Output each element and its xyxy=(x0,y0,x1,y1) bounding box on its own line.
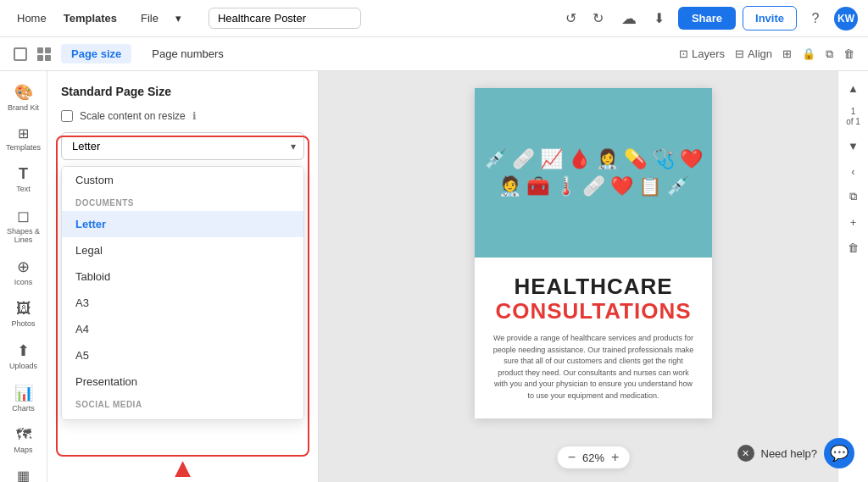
avatar: KW xyxy=(834,7,858,30)
dropdown-item-a3[interactable]: A3 xyxy=(62,290,303,316)
stethoscope-icon: 🩺 xyxy=(652,148,675,170)
shapes-icon: ◻ xyxy=(17,207,30,225)
sidebar-item-uploads[interactable]: ⬆ Uploads xyxy=(3,336,44,375)
sidebar-item-icons[interactable]: ⊕ Icons xyxy=(3,252,44,291)
dropdown-item-tabloid[interactable]: Tabloid xyxy=(62,263,303,290)
align-button[interactable]: ⊟ Align xyxy=(735,47,772,60)
toolbar: Page size Page numbers ⊡ Layers ⊟ Align … xyxy=(0,37,868,71)
help-bubble: ✕ Need help? 💬 xyxy=(737,438,855,468)
sidebar-item-label: Uploads xyxy=(9,362,37,370)
syringe-icon: 💉 xyxy=(484,148,507,170)
dropdown-item-presentation[interactable]: Presentation xyxy=(62,368,303,395)
help-chat-button[interactable]: 💬 xyxy=(824,438,854,468)
topbar-nav: Home Templates File ▾ xyxy=(10,5,195,31)
right-sidebar: ▲ 1 of 1 ▼ ‹ ⧉ + 🗑 xyxy=(837,71,868,482)
help-button[interactable]: ? xyxy=(804,7,827,30)
nav-templates[interactable]: Templates xyxy=(57,8,124,28)
toolbar-right: ⊡ Layers ⊟ Align ⊞ 🔒 ⧉ 🗑 xyxy=(679,47,854,61)
add-page-button[interactable]: + xyxy=(843,212,864,232)
maps-icon: 🗺 xyxy=(16,426,31,444)
chevron-left-button[interactable]: ‹ xyxy=(843,161,864,181)
zoom-out-button[interactable]: − xyxy=(568,450,576,465)
page-size-tab[interactable]: Page size xyxy=(61,44,131,64)
trash-page-button[interactable]: 🗑 xyxy=(843,237,864,258)
share-button[interactable]: Share xyxy=(678,7,736,30)
heart-check-icon: ❤️ xyxy=(680,148,703,170)
sidebar-item-charts[interactable]: 📊 Charts xyxy=(3,379,44,418)
dropdown-item-a5[interactable]: A5 xyxy=(62,342,303,368)
kit-icon: 🧰 xyxy=(526,175,549,197)
scroll-up-button[interactable]: ▲ xyxy=(843,78,864,98)
lock-icon-button[interactable]: 🔒 xyxy=(802,47,815,60)
dropdown-section-documents: Documents xyxy=(62,193,303,211)
heart-icon: ❤️ xyxy=(610,175,633,197)
poster-title: HEALTHCARE xyxy=(488,274,698,299)
charts-icon: 📊 xyxy=(14,384,33,402)
sidebar: 🎨 Brand Kit ⊞ Templates T Text ◻ Shapes … xyxy=(0,71,47,482)
main: 🎨 Brand Kit ⊞ Templates T Text ◻ Shapes … xyxy=(0,71,868,482)
dropdown-item-a4[interactable]: A4 xyxy=(62,316,303,342)
sidebar-item-maps[interactable]: 🗺 Maps xyxy=(3,421,44,459)
invite-button[interactable]: Invite xyxy=(743,6,797,30)
scale-label: Scale content on resize xyxy=(80,110,186,122)
sidebar-item-text[interactable]: T Text xyxy=(3,160,44,198)
scroll-down-button[interactable]: ▼ xyxy=(843,136,864,156)
photos-icon: 🖼 xyxy=(16,300,31,318)
red-arrow: ▲ xyxy=(170,452,197,482)
thermometer-icon: 🌡️ xyxy=(554,175,577,197)
download-button[interactable]: ⬇ xyxy=(648,7,671,30)
uploads-icon: ⬆ xyxy=(17,341,30,360)
resize-icon-button[interactable]: ⊞ xyxy=(782,47,792,60)
document-title-input[interactable] xyxy=(209,8,361,29)
topbar-right: ↺ ↻ ☁ ⬇ Share Invite ? KW xyxy=(559,6,858,30)
dropdown-item-custom[interactable]: Custom xyxy=(62,167,303,193)
bandage-icon: 🩹 xyxy=(512,148,535,170)
canvas-area: 💉 🩹 📈 🩸 👩‍⚕️ 💊 🩺 ❤️ 🧑‍⚕️ 🧰 🌡️ 🩹 ❤️ 📋 💉 xyxy=(319,71,868,482)
left-panel: Standard Page Size Scale content on resi… xyxy=(47,71,319,482)
layers-icon: ⊡ xyxy=(679,47,688,60)
dropdown-item-letter[interactable]: Letter xyxy=(62,211,303,237)
poster-subtitle: CONSULTATIONS xyxy=(488,299,698,324)
pill-icon: 💊 xyxy=(624,148,647,170)
redo-button[interactable]: ↻ xyxy=(587,7,610,30)
ecg-icon: 📈 xyxy=(540,148,563,170)
help-close-button[interactable]: ✕ xyxy=(737,445,754,462)
dropdown-list: Custom Documents Letter Legal Tabloid A3… xyxy=(61,166,304,420)
canvas-wrapper: 💉 🩹 📈 🩸 👩‍⚕️ 💊 🩺 ❤️ 🧑‍⚕️ 🧰 🌡️ 🩹 ❤️ 📋 💉 xyxy=(475,88,712,418)
nav-file[interactable]: File ▾ xyxy=(127,5,195,31)
undo-button[interactable]: ↺ xyxy=(559,7,583,30)
sidebar-item-shapes[interactable]: ◻ Shapes & Lines xyxy=(3,202,44,249)
page-size-dropdown[interactable]: Letter xyxy=(61,132,304,160)
page-number: 1 of 1 xyxy=(843,103,864,130)
topbar-left: Home Templates File ▾ xyxy=(10,5,361,31)
dropdown-item-legal[interactable]: Legal xyxy=(62,237,303,263)
sidebar-item-label: Charts xyxy=(12,404,35,413)
copy-icon-button[interactable]: ⧉ xyxy=(826,47,833,61)
zoom-in-button[interactable]: + xyxy=(611,450,619,465)
doctor-icon: 🧑‍⚕️ xyxy=(498,175,521,197)
sidebar-item-label: Maps xyxy=(14,446,32,454)
scale-checkbox-row: Scale content on resize ℹ xyxy=(61,110,304,122)
grid-icon xyxy=(37,47,51,61)
icons-icon: ⊕ xyxy=(17,258,30,276)
zoom-bar: − 62% + xyxy=(558,446,630,468)
dropdown-item-instagram[interactable]: ◯ Instagram post xyxy=(62,413,303,420)
sidebar-item-label: Templates xyxy=(6,143,41,152)
layers-button[interactable]: ⊡ Layers xyxy=(679,47,725,60)
delete-icon-button[interactable]: 🗑 xyxy=(843,47,854,60)
sidebar-item-brand-kit[interactable]: 🎨 Brand Kit xyxy=(3,78,44,117)
nav-home[interactable]: Home xyxy=(10,8,53,28)
sidebar-item-qr-code[interactable]: ▦ QR Code xyxy=(3,463,44,482)
sidebar-item-photos[interactable]: 🖼 Photos xyxy=(3,295,44,333)
page-numbers-tab[interactable]: Page numbers xyxy=(142,44,234,64)
page-size-panel: Standard Page Size Scale content on resi… xyxy=(47,71,318,180)
instagram-icon: ◯ xyxy=(75,419,88,420)
dropdown-wrapper: Letter ▾ Custom Documents Letter Legal T… xyxy=(61,132,304,160)
nurse-icon: 👩‍⚕️ xyxy=(596,148,619,170)
info-icon[interactable]: ℹ xyxy=(192,110,197,122)
panel-title: Standard Page Size xyxy=(61,85,304,98)
sidebar-item-templates[interactable]: ⊞ Templates xyxy=(3,120,44,157)
copy-page-button[interactable]: ⧉ xyxy=(843,186,864,207)
scale-checkbox[interactable] xyxy=(61,110,73,122)
cloud-save-button[interactable]: ☁ xyxy=(617,7,641,30)
